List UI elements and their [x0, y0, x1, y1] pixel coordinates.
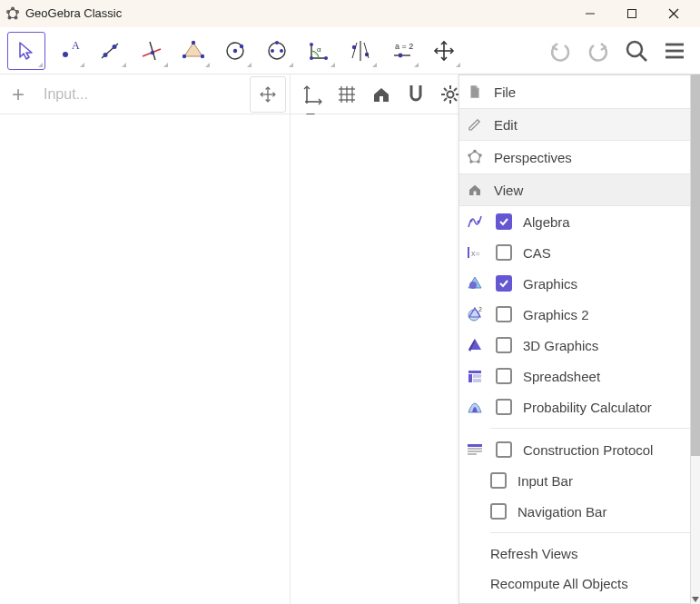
point-tool[interactable]: A: [49, 32, 87, 70]
svg-point-84: [477, 220, 479, 223]
svg-point-13: [113, 45, 117, 49]
algebra-drag-handle[interactable]: [250, 76, 286, 113]
view-label: Probability Calculator: [523, 400, 652, 415]
checkbox[interactable]: [496, 244, 512, 261]
search-button[interactable]: [618, 33, 655, 69]
svg-point-20: [182, 54, 186, 57]
view-item-navbar[interactable]: Navigation Bar: [459, 496, 690, 527]
svg-point-29: [310, 43, 313, 46]
home-view-button[interactable]: [365, 78, 398, 111]
maximize-button[interactable]: [611, 0, 653, 27]
menu-edit[interactable]: Edit: [459, 108, 690, 141]
menu-file[interactable]: File: [459, 75, 690, 108]
svg-rect-101: [468, 453, 477, 455]
view-item-inputbar[interactable]: Input Bar: [459, 465, 690, 496]
title-bar: GeoGebra Classic: [0, 0, 700, 27]
add-input-button[interactable]: +: [0, 76, 36, 113]
svg-line-68: [454, 88, 457, 91]
checkbox[interactable]: [496, 306, 512, 322]
perspectives-icon: [465, 149, 485, 165]
snap-toggle[interactable]: [399, 78, 432, 111]
view-item-probability[interactable]: Probability Calculator: [459, 391, 690, 422]
svg-point-23: [240, 44, 243, 47]
svg-text:x=: x=: [471, 249, 480, 258]
svg-point-60: [448, 91, 454, 97]
line-tool[interactable]: [91, 32, 129, 70]
checkbox[interactable]: [490, 503, 507, 520]
reflect-tool[interactable]: [341, 32, 380, 70]
axes-toggle[interactable]: [296, 78, 329, 111]
checkbox[interactable]: [490, 472, 507, 489]
svg-rect-94: [468, 371, 481, 373]
svg-line-65: [444, 88, 447, 91]
view-item-algebra[interactable]: Algebra: [459, 206, 690, 237]
svg-point-28: [310, 56, 313, 60]
checkbox[interactable]: [496, 399, 512, 415]
move-tool[interactable]: [7, 32, 45, 70]
menu-recompute[interactable]: Recompute All Objects: [459, 569, 690, 599]
svg-rect-95: [468, 374, 472, 382]
menu-label: View: [494, 183, 523, 198]
menu-label: Edit: [494, 117, 518, 133]
view-item-3d[interactable]: 3D Graphics: [459, 330, 690, 361]
menu-scrollbar[interactable]: [691, 74, 700, 604]
ellipse-tool[interactable]: [258, 32, 296, 70]
algebra-view[interactable]: [0, 114, 291, 604]
checkbox[interactable]: [496, 337, 512, 353]
algebra-input[interactable]: [42, 85, 246, 104]
view-item-graphics[interactable]: Graphics: [459, 268, 690, 299]
svg-point-42: [627, 42, 642, 56]
close-button[interactable]: [653, 0, 695, 27]
menu-label: File: [494, 84, 516, 100]
grid-toggle[interactable]: [330, 78, 363, 111]
view-item-graphics2[interactable]: 2 Graphics 2: [459, 299, 690, 330]
main-menu-panel: File Edit Perspectives View Algebra x= C…: [458, 74, 691, 604]
redo-button[interactable]: [580, 33, 616, 69]
cas-icon: x=: [465, 243, 485, 262]
svg-text:2: 2: [478, 306, 482, 312]
graphics3d-icon: [465, 336, 485, 354]
scroll-down-icon[interactable]: [692, 597, 699, 602]
svg-rect-99: [468, 448, 482, 450]
graphics-icon: [465, 274, 485, 292]
slider-tool[interactable]: a = 2: [383, 32, 421, 70]
scrollbar-thumb[interactable]: [691, 74, 700, 456]
hamburger-menu-button[interactable]: [656, 33, 693, 69]
minimize-button[interactable]: [569, 0, 611, 27]
view-item-construction[interactable]: Construction Protocol: [459, 434, 690, 465]
circle-tool[interactable]: [216, 32, 254, 70]
view-label: Construction Protocol: [523, 442, 653, 458]
graphics2-icon: 2: [465, 305, 485, 323]
probability-icon: [465, 398, 485, 416]
checkbox[interactable]: [496, 441, 512, 458]
menu-refresh-views[interactable]: Refresh Views: [459, 539, 690, 569]
svg-rect-6: [628, 9, 636, 17]
view-label: Input Bar: [518, 473, 573, 489]
svg-point-26: [280, 49, 283, 53]
pencil-icon: [465, 116, 485, 133]
polygon-tool[interactable]: [174, 32, 212, 70]
file-icon: [465, 84, 485, 100]
menu-view[interactable]: View: [459, 173, 690, 206]
svg-text:A: A: [72, 39, 80, 52]
svg-point-83: [469, 219, 472, 222]
svg-line-43: [640, 54, 646, 61]
checkbox[interactable]: [496, 368, 512, 384]
view-item-cas[interactable]: x= CAS: [459, 237, 690, 268]
menu-perspectives[interactable]: Perspectives: [459, 141, 690, 173]
construction-icon: [465, 441, 485, 459]
checkbox[interactable]: [496, 275, 512, 292]
svg-point-9: [63, 52, 68, 57]
undo-button[interactable]: [542, 33, 578, 69]
svg-point-18: [192, 40, 195, 44]
move-graphics-tool[interactable]: [425, 32, 463, 70]
main-toolbar: A α a = 2: [0, 27, 700, 74]
view-label: 3D Graphics: [523, 338, 598, 353]
angle-tool[interactable]: α: [300, 32, 338, 70]
checkbox[interactable]: [496, 213, 512, 230]
svg-point-88: [469, 282, 477, 289]
algebra-input-bar: +: [0, 74, 291, 114]
perpendicular-tool[interactable]: [133, 32, 171, 70]
svg-point-16: [151, 50, 154, 54]
view-item-spreadsheet[interactable]: Spreadsheet: [459, 361, 690, 391]
